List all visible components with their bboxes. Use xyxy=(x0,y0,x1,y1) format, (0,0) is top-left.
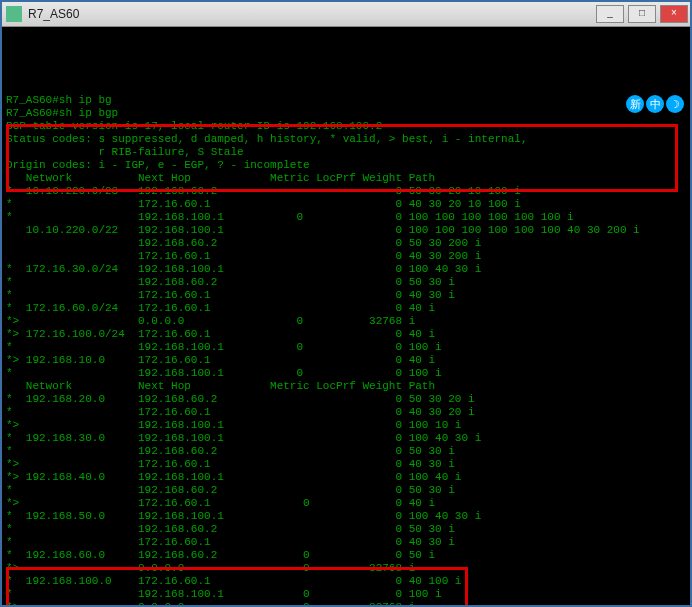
terminal-line: 172.16.60.1 0 40 30 200 i xyxy=(6,250,686,263)
ime-icon-2[interactable]: 中 xyxy=(646,95,664,113)
terminal-line: *> 0.0.0.0 0 32768 i xyxy=(6,315,686,328)
window-buttons: _ □ × xyxy=(594,3,690,25)
terminal-line: BGP table version is 17, local router ID… xyxy=(6,120,686,133)
terminal-line: * 172.16.30.0/24 192.168.100.1 0 100 40 … xyxy=(6,263,686,276)
terminal-line: * 192.168.60.2 0 50 30 i xyxy=(6,523,686,536)
terminal-line: * 172.16.60.1 0 40 30 i xyxy=(6,536,686,549)
terminal-line: * 192.168.20.0 192.168.60.2 0 50 30 20 i xyxy=(6,393,686,406)
terminal-line: *> 172.16.60.1 0 40 30 i xyxy=(6,458,686,471)
terminal-line: * 172.16.60.1 0 40 30 20 10 100 i xyxy=(6,198,686,211)
terminal-line: * 192.168.60.2 0 50 30 i xyxy=(6,445,686,458)
terminal-line: *> 0.0.0.0 0 32768 i xyxy=(6,562,686,575)
terminal-line: * 192.168.100.1 0 0 100 i xyxy=(6,341,686,354)
close-button[interactable]: × xyxy=(660,5,688,23)
terminal-line: *> 172.16.60.1 0 0 40 i xyxy=(6,497,686,510)
terminal-line: * 172.16.60.1 0 40 30 i xyxy=(6,289,686,302)
terminal-line: R7_AS60#sh ip bg xyxy=(6,94,686,107)
app-icon xyxy=(6,6,22,22)
terminal-line: 10.10.220.0/22 192.168.100.1 0 100 100 1… xyxy=(6,224,686,237)
terminal-line: R7_AS60#sh ip bgp xyxy=(6,107,686,120)
minimize-button[interactable]: _ xyxy=(596,5,624,23)
terminal-line: r RIB-failure, S Stale xyxy=(6,146,686,159)
terminal-line: Network Next Hop Metric LocPrf Weight Pa… xyxy=(6,172,686,185)
terminal-line: Status codes: s suppressed, d damped, h … xyxy=(6,133,686,146)
terminal-line: * 172.16.60.0/24 172.16.60.1 0 40 i xyxy=(6,302,686,315)
terminal-line: * 192.168.100.1 0 0 100 i xyxy=(6,588,686,601)
terminal-line: * 192.168.50.0 192.168.100.1 0 100 40 30… xyxy=(6,510,686,523)
terminal-line: * 192.168.60.0 192.168.60.2 0 0 50 i xyxy=(6,549,686,562)
terminal-line: * 172.16.60.1 0 40 30 20 i xyxy=(6,406,686,419)
terminal-line: Origin codes: i - IGP, e - EGP, ? - inco… xyxy=(6,159,686,172)
terminal-line: Network Next Hop Metric LocPrf Weight Pa… xyxy=(6,380,686,393)
terminal-output[interactable]: 新 中 ☽ R7_AS60#sh ip bgR7_AS60#sh ip bgpB… xyxy=(2,27,690,605)
terminal-line: * 192.168.60.2 0 50 30 i xyxy=(6,484,686,497)
terminal-line: *> 192.168.10.0 172.16.60.1 0 40 i xyxy=(6,354,686,367)
terminal-line: *> 192.168.100.1 0 100 10 i xyxy=(6,419,686,432)
terminal-line: *> 172.16.100.0/24 172.16.60.1 0 40 i xyxy=(6,328,686,341)
terminal-line: * 192.168.60.2 0 50 30 i xyxy=(6,276,686,289)
terminal-line: * 192.168.100.1 0 0 100 i xyxy=(6,367,686,380)
terminal-line: 192.168.60.2 0 50 30 200 i xyxy=(6,237,686,250)
terminal-line: *> 192.168.40.0 192.168.100.1 0 100 40 i xyxy=(6,471,686,484)
terminal-line: * 10.10.220.0/23 192.168.60.2 0 50 30 20… xyxy=(6,185,686,198)
app-window: R7_AS60 _ □ × 新 中 ☽ R7_AS60#sh ip bgR7_A… xyxy=(0,0,692,607)
window-title: R7_AS60 xyxy=(26,7,594,21)
ime-icon-1[interactable]: 新 xyxy=(626,95,644,113)
terminal-line: *> 0.0.0.0 0 32768 i xyxy=(6,601,686,605)
terminal-line: * 192.168.30.0 192.168.100.1 0 100 40 30… xyxy=(6,432,686,445)
terminal-line: * 192.168.100.0 172.16.60.1 0 40 100 i xyxy=(6,575,686,588)
terminal-line: * 192.168.100.1 0 0 100 100 100 100 100 … xyxy=(6,211,686,224)
maximize-button[interactable]: □ xyxy=(628,5,656,23)
ime-icon-3[interactable]: ☽ xyxy=(666,95,684,113)
ime-overlay: 新 中 ☽ xyxy=(626,95,684,113)
titlebar[interactable]: R7_AS60 _ □ × xyxy=(2,2,690,27)
